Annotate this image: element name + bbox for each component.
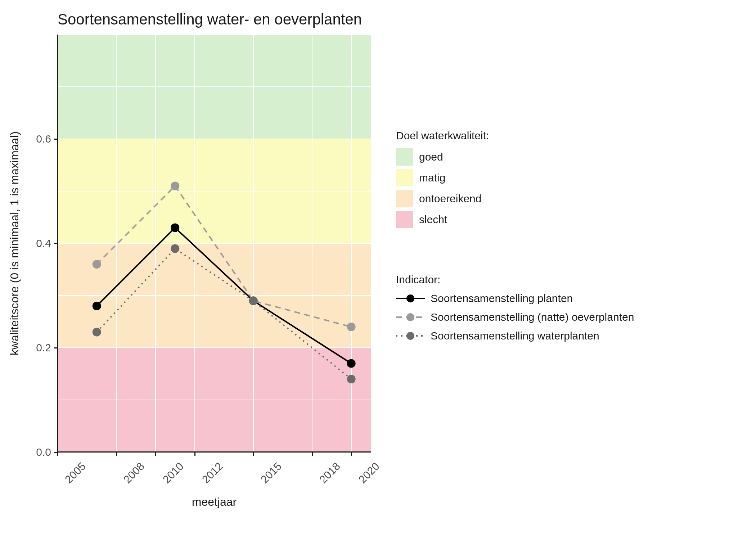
grid-v xyxy=(194,35,195,452)
svg-point-3 xyxy=(406,313,414,321)
x-tick-label: 2010 xyxy=(160,460,186,486)
grid-h xyxy=(58,139,371,139)
x-tick-label: 2020 xyxy=(356,460,382,486)
grid-h xyxy=(58,400,371,400)
band-legend-item: goed xyxy=(396,148,489,166)
grid-v xyxy=(116,35,117,452)
plot-area: kwaliteitscore (0 is minimaal, 1 is maxi… xyxy=(58,35,371,452)
x-tick xyxy=(194,452,195,456)
grid-v xyxy=(253,35,254,452)
x-tick-label: 2005 xyxy=(63,460,88,486)
grid-h xyxy=(58,347,371,348)
grid-h xyxy=(58,86,371,87)
x-tick-label: 2008 xyxy=(121,460,147,486)
grid-h xyxy=(58,295,371,296)
grid-v xyxy=(351,35,352,452)
indicator-sample xyxy=(396,294,425,303)
y-tick xyxy=(54,347,58,348)
grid-v xyxy=(312,35,312,452)
x-axis-line xyxy=(57,451,371,453)
y-tick xyxy=(54,139,58,140)
band-swatch xyxy=(396,169,413,186)
y-tick xyxy=(54,243,58,244)
y-axis-label: kwaliteitscore (0 is minimaal, 1 is maxi… xyxy=(8,131,21,355)
svg-point-5 xyxy=(406,332,414,340)
y-tick-label: 0.6 xyxy=(36,133,51,145)
x-tick xyxy=(351,452,352,456)
x-tick-label: 2018 xyxy=(317,460,342,486)
band-swatch xyxy=(396,148,413,166)
indicator-legend: Indicator: Soortensamenstelling plantenS… xyxy=(396,274,634,348)
x-tick xyxy=(253,452,254,456)
x-tick-label: 2012 xyxy=(199,460,225,486)
indicator-sample xyxy=(396,313,425,321)
x-tick xyxy=(155,452,156,456)
band-swatch xyxy=(396,211,413,228)
band-legend-item: matig xyxy=(396,169,489,186)
indicator-legend-item: Soortensamenstelling planten xyxy=(396,292,634,305)
indicator-legend-title: Indicator: xyxy=(396,274,634,286)
grid-h xyxy=(58,191,371,192)
indicator-sample xyxy=(396,332,425,340)
grid-h xyxy=(58,243,371,244)
y-tick-label: 0.4 xyxy=(36,237,51,249)
x-tick xyxy=(116,452,117,456)
band-legend-label: slecht xyxy=(419,213,447,226)
band-legend-label: goed xyxy=(419,151,443,163)
x-tick-label: 2015 xyxy=(258,460,284,486)
x-tick xyxy=(57,452,58,456)
band-legend: Doel waterkwaliteit: goedmatigontoereike… xyxy=(396,130,489,232)
svg-point-1 xyxy=(406,294,414,302)
band-legend-label: ontoereikend xyxy=(419,193,481,205)
y-tick-label: 0.0 xyxy=(36,446,51,458)
chart-title: Soortensamenstelling water- en oeverplan… xyxy=(58,11,362,28)
figure: Soortensamenstelling water- en oeverplan… xyxy=(0,0,756,540)
band-legend-item: ontoereikend xyxy=(396,190,489,207)
x-tick xyxy=(312,452,313,456)
band-legend-label: matig xyxy=(419,172,445,184)
band-swatch xyxy=(396,190,413,207)
grid-v xyxy=(155,35,156,452)
y-tick-label: 0.2 xyxy=(36,342,51,354)
band-legend-title: Doel waterkwaliteit: xyxy=(396,130,489,142)
grid-h xyxy=(58,34,371,35)
x-axis-label: meetjaar xyxy=(192,495,237,509)
indicator-legend-item: Soortensamenstelling waterplanten xyxy=(396,330,634,342)
band-legend-item: slecht xyxy=(396,211,489,228)
plot-panel xyxy=(58,35,371,452)
indicator-legend-item: Soortensamenstelling (natte) oeverplante… xyxy=(396,311,634,323)
